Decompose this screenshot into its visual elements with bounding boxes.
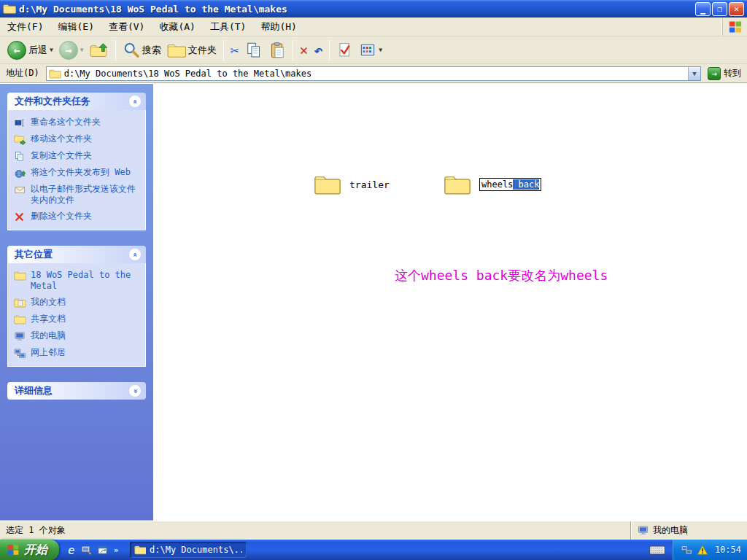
place-network[interactable]: 网上邻居 [14,347,142,359]
address-bar: 地址(D) d:\My Documents\18 WoS Pedal to th… [0,64,747,83]
menu-view[interactable]: 查看(V) [101,18,152,36]
panel-other-places: 其它位置 « 18 WoS Pedal to the Metal 我的文档 共享… [7,246,146,367]
delete-x-icon [14,211,26,222]
menu-edit[interactable]: 编辑(E) [50,18,101,36]
cut-button[interactable]: ✂ [228,42,242,59]
folder-icon [444,174,471,195]
file-list-area[interactable]: trailer wheels back 这个wheels back要改名为whe… [153,83,747,521]
undo-button[interactable]: ↶ [311,42,325,59]
my-computer-icon [14,331,26,342]
menu-file[interactable]: 文件(F) [0,18,50,36]
task-rename-folder[interactable]: 重命名这个文件夹 [14,117,142,128]
paste-icon [268,42,286,59]
status-selection-text: 选定 1 个对象 [0,524,630,537]
show-desktop-icon[interactable] [80,545,92,556]
panel-title: 详细信息 [15,384,53,397]
window-folder-icon [3,3,16,15]
address-dropdown-icon[interactable]: ▼ [688,67,700,80]
status-bar: 选定 1 个对象 我的电脑 [0,521,747,540]
copy-icon [245,42,263,59]
collapse-chevron-icon[interactable]: « [128,248,142,261]
go-label: 转到 [724,67,741,79]
menu-tools[interactable]: 工具(T) [203,18,253,36]
panel-file-tasks-header[interactable]: 文件和文件夹任务 « [7,93,146,110]
folder-icon [14,271,26,281]
quick-launch-overflow-icon[interactable]: » [114,545,119,555]
internet-explorer-icon[interactable]: e [68,543,75,557]
address-input[interactable]: d:\My Documents\18 WoS Pedal to the Meta… [61,69,688,79]
rename-edit-box[interactable]: wheels back [479,178,541,191]
menu-help[interactable]: 帮助(H) [253,18,303,36]
sync-check-button[interactable] [333,40,356,61]
menu-bar: 文件(F) 编辑(E) 查看(V) 收藏(A) 工具(T) 帮助(H) [0,18,747,36]
folder-tile-trailer[interactable]: trailer [314,174,390,195]
task-delete-folder[interactable]: 删除这个文件夹 [14,211,142,222]
panel-other-places-header[interactable]: 其它位置 « [7,246,146,263]
paste-button[interactable] [266,40,289,61]
menu-favorites[interactable]: 收藏(A) [152,18,202,36]
globe-publish-icon [14,168,26,179]
forward-dropdown-icon: ▼ [80,47,84,53]
back-button[interactable]: ← 后退 ▼ [4,39,56,61]
back-icon: ← [7,41,26,60]
toolbar-separator [329,40,330,61]
place-shared-documents[interactable]: 共享文档 [14,314,142,325]
task-copy-folder[interactable]: 复制这个文件夹 [14,150,142,162]
standard-toolbar: ← 后退 ▼ → ▼ 搜索 文件夹 ✂ ✕ ↶ [0,36,747,64]
panel-details-header[interactable]: 详细信息 « [7,382,146,400]
folder-icon [314,174,341,195]
annotation-text: 这个wheels back要改名为wheels [395,267,608,284]
go-button[interactable]: → 转到 [705,67,744,80]
start-button[interactable]: 开始 [0,540,59,560]
window-title: d:\My Documents\18 WoS Pedal to the Meta… [19,4,694,15]
start-label: 开始 [24,542,47,558]
folder-up-icon [90,42,109,59]
window-launcher-icon[interactable] [97,545,109,556]
views-icon [359,42,376,58]
panel-title: 文件和文件夹任务 [15,95,90,108]
folders-label: 文件夹 [188,44,217,57]
place-parent-folder[interactable]: 18 WoS Pedal to the Metal [14,270,142,292]
minimize-button[interactable]: ▁ [695,2,711,16]
warning-tray-icon[interactable] [697,545,709,556]
collapse-chevron-icon[interactable]: « [128,95,142,108]
delete-icon: ✕ [300,43,308,57]
task-publish-web[interactable]: 将这个文件夹发布到 Web [14,167,142,179]
restore-button[interactable]: ❐ [712,2,727,16]
undo-icon: ↶ [314,43,322,58]
folder-move-icon [14,134,26,145]
views-button[interactable]: ▼ [356,40,385,60]
title-bar: d:\My Documents\18 WoS Pedal to the Meta… [0,0,747,18]
expand-chevron-icon[interactable]: « [128,384,142,397]
back-label: 后退 [28,44,47,57]
status-zone-text: 我的电脑 [653,524,688,537]
views-dropdown-icon[interactable]: ▼ [379,47,382,53]
delete-button[interactable]: ✕ [297,42,311,58]
windows-flag-icon [6,543,20,556]
task-email-files[interactable]: 以电子邮件形式发送该文件夹内的文件 [14,184,142,206]
folders-button[interactable]: 文件夹 [164,41,220,60]
cut-icon: ✂ [231,43,239,58]
task-move-folder[interactable]: 移动这个文件夹 [14,133,142,145]
folder-tile-wheels-back[interactable]: wheels back [444,174,541,195]
forward-button[interactable]: → ▼ [56,39,87,61]
up-button[interactable] [87,40,112,61]
clock[interactable]: 10:54 [715,545,741,555]
place-my-documents[interactable]: 我的文档 [14,297,142,308]
rename-selected-text: back [513,179,539,190]
input-method-keyboard-icon[interactable] [649,545,665,556]
folder-icon [134,545,146,555]
system-tray: 10:54 [673,540,747,560]
place-my-computer[interactable]: 我的电脑 [14,330,142,342]
back-dropdown-icon[interactable]: ▼ [50,47,53,53]
close-button[interactable]: ✕ [729,2,744,16]
toolbar-separator [115,40,116,61]
forward-icon: → [59,41,78,60]
copy-button[interactable] [242,40,266,61]
quick-launch-bar: e » [59,543,124,557]
taskbar-window-button[interactable]: d:\My Documents\... [130,542,247,558]
panel-title: 其它位置 [15,248,53,261]
network-connection-icon[interactable] [681,545,693,556]
address-combo[interactable]: d:\My Documents\18 WoS Pedal to the Meta… [46,66,701,81]
search-button[interactable]: 搜索 [120,40,164,61]
